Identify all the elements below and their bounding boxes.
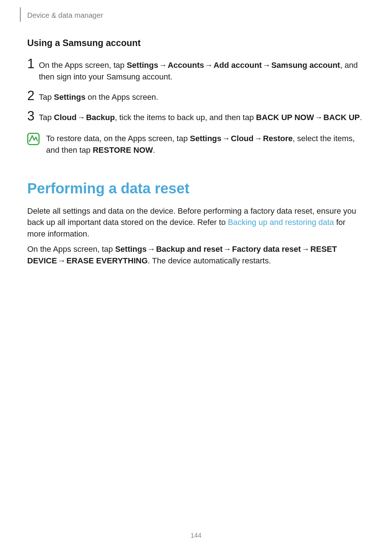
text: . (360, 113, 362, 122)
bold-samsung-account: Samsung account (271, 61, 340, 70)
bold-factory-reset: Factory data reset (232, 245, 301, 254)
step-body: Tap Cloud→Backup, tick the items to back… (39, 112, 365, 123)
note-body: To restore data, on the Apps screen, tap… (46, 132, 365, 156)
note-block: To restore data, on the Apps screen, tap… (27, 132, 365, 156)
step-number: 1 (27, 57, 39, 70)
bold-settings: Settings (115, 245, 147, 254)
arrow-icon: → (57, 256, 66, 265)
bold-cloud: Cloud (54, 113, 77, 122)
step-1: 1 On the Apps screen, tap Settings→Accou… (27, 59, 365, 83)
text: Tap (39, 93, 54, 102)
text: . (153, 145, 155, 155)
arrow-icon: → (314, 113, 323, 122)
link-backing-up[interactable]: Backing up and restoring data (228, 218, 334, 227)
step-3: 3 Tap Cloud→Backup, tick the items to ba… (27, 112, 365, 123)
note-icon (27, 133, 40, 145)
manual-page: Device & data manager Using a Samsung ac… (0, 0, 392, 554)
bold-restore: Restore (263, 134, 293, 143)
header-section-label: Device & data manager (27, 10, 103, 21)
arrow-icon: → (253, 134, 263, 143)
arrow-icon: → (221, 134, 231, 143)
bold-add-account: Add account (213, 61, 262, 70)
arrow-icon: → (204, 61, 213, 70)
text: On the Apps screen, tap (39, 61, 127, 70)
bold-backup-reset: Backup and reset (156, 245, 222, 254)
bold-settings: Settings (127, 61, 158, 70)
text: On the Apps screen, tap (27, 245, 115, 254)
bold-backup: Backup (86, 113, 115, 122)
page-content: Using a Samsung account 1 On the Apps sc… (27, 36, 365, 267)
bold-restore-now: RESTORE NOW (93, 145, 153, 155)
step-number: 3 (27, 110, 39, 123)
arrow-icon: → (147, 245, 156, 254)
text: on the Apps screen. (85, 93, 158, 102)
bold-accounts: Accounts (168, 61, 204, 70)
page-number: 144 (0, 531, 392, 540)
arrow-icon: → (158, 61, 168, 70)
heading-data-reset: Performing a data reset (27, 178, 365, 199)
text: Tap (39, 113, 54, 122)
step-2: 2 Tap Settings on the Apps screen. (27, 91, 365, 103)
paragraph-intro: Delete all settings and data on the devi… (27, 205, 365, 240)
text: . The device automatically restarts. (148, 256, 271, 265)
step-number: 2 (27, 89, 39, 102)
text: To restore data, on the Apps screen, tap (46, 134, 190, 143)
header-rule (20, 7, 21, 22)
arrow-icon: → (262, 61, 271, 70)
arrow-icon: → (301, 245, 310, 254)
bold-cloud: Cloud (231, 134, 253, 143)
step-body: Tap Settings on the Apps screen. (39, 91, 365, 103)
bold-back-up: BACK UP (323, 113, 360, 122)
subheading-samsung-account: Using a Samsung account (27, 36, 365, 49)
bold-settings: Settings (54, 93, 86, 102)
bold-settings: Settings (190, 134, 221, 143)
bold-erase-everything: ERASE EVERYTHING (66, 256, 148, 265)
text: , tick the items to back up, and then ta… (115, 113, 256, 122)
bold-backup-now: BACK UP NOW (256, 113, 314, 122)
arrow-icon: → (77, 113, 86, 122)
paragraph-instructions: On the Apps screen, tap Settings→Backup … (27, 243, 365, 267)
step-body: On the Apps screen, tap Settings→Account… (39, 59, 365, 83)
arrow-icon: → (222, 245, 232, 254)
